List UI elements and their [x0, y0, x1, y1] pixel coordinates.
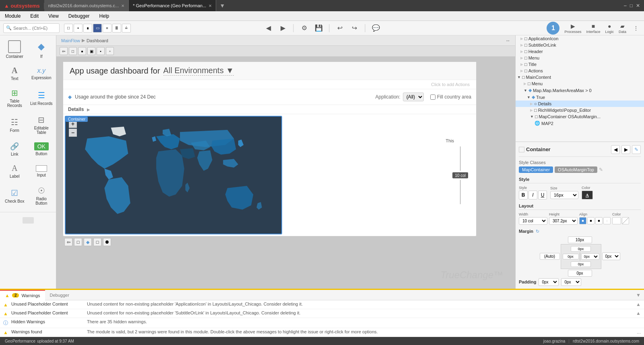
breadcrumb-mainflow[interactable]: MainFlow — [61, 38, 80, 43]
minimize-btn[interactable]: – — [624, 3, 627, 8]
undo-btn[interactable]: ↩ — [334, 23, 346, 34]
warning-dismiss-2[interactable]: ▲ — [636, 310, 641, 316]
style-class-edit-icon[interactable]: ✎ — [599, 167, 603, 172]
layout-btn-1[interactable]: □ — [64, 24, 73, 33]
props-edit-btn[interactable]: ✎ — [632, 145, 641, 154]
more-nav[interactable]: ⋮ — [631, 23, 641, 33]
data-nav[interactable]: ▰ Data — [619, 23, 626, 34]
widget-table-records[interactable]: ⊞ Table Records — [2, 85, 28, 111]
italic-btn[interactable]: I — [528, 191, 537, 199]
underline-btn[interactable]: U — [538, 191, 547, 199]
canvas-btn-5[interactable]: ▪ — [97, 47, 105, 55]
widget-expression[interactable]: x.y Expression — [29, 63, 55, 84]
layout-btn-4[interactable]: ▭ — [93, 24, 102, 33]
font-color-btn[interactable]: A — [582, 191, 593, 199]
canvas-bottom-btn-4[interactable]: □ — [93, 238, 101, 246]
widget-checkbox[interactable]: ☑ Check Box — [2, 183, 28, 209]
tree-item-title[interactable]: ▶ □ Title — [516, 61, 644, 68]
search-box[interactable]: 🔍 — [3, 23, 60, 33]
canvas-btn-3[interactable]: ● — [78, 47, 86, 55]
margin-top-input[interactable] — [568, 236, 592, 243]
widget-editable-table[interactable]: ⊟ Editable Table — [29, 112, 55, 138]
warning-row-4[interactable]: ▲ Warnings found The module is valid, bu… — [0, 328, 644, 337]
canvas-bottom-btn-2[interactable]: □ — [74, 238, 82, 246]
zoom-out-btn[interactable]: − — [69, 129, 77, 137]
tree-item-actions[interactable]: ▶ □ Actions — [516, 68, 644, 74]
height-select[interactable]: 307.2px — [549, 217, 578, 225]
widget-radio-button[interactable]: ☉ Radio Button — [29, 183, 55, 209]
tree-item-map-container[interactable]: ▼ □ MapContainer OSAutoMargin... — [516, 113, 644, 120]
padding-bottom-input[interactable] — [571, 261, 591, 267]
tree-item-richwidgets[interactable]: ▶ □ RichWidgets\Popup_Editor — [516, 107, 644, 113]
padding-left-input[interactable] — [563, 254, 579, 259]
tab-rdtst[interactable]: rdtst2w2016.domain.outsystems.c... ✕ — [44, 0, 129, 11]
canvas-btn-4[interactable]: ▣ — [87, 47, 95, 55]
widget-form[interactable]: ☷ Form — [2, 112, 28, 138]
env-select[interactable]: All Environments ▼ — [163, 66, 234, 76]
warning-dismiss-4[interactable]: ... — [637, 329, 641, 335]
margin-bottom-input[interactable] — [568, 270, 592, 277]
redo-btn[interactable]: ↪ — [349, 23, 360, 34]
props-next-btn[interactable]: ▶ — [621, 145, 630, 154]
widget-more[interactable] — [2, 214, 54, 227]
color-diagonal-btn[interactable] — [622, 217, 629, 224]
widget-label[interactable]: A Label — [2, 160, 28, 182]
canvas-bottom-btn-1[interactable]: ⇦ — [64, 238, 72, 246]
search-input[interactable] — [13, 26, 57, 31]
canvas-btn-2[interactable]: □ — [69, 47, 77, 55]
nav-forward[interactable]: ▶ — [277, 23, 289, 34]
maximize-btn[interactable]: □ — [630, 3, 633, 8]
padding-extra-dropdown[interactable]: 0px — [561, 278, 581, 286]
tree-item-menu2[interactable]: ▶ □ Menu — [516, 80, 644, 87]
logic-nav[interactable]: ● Logic — [605, 23, 614, 34]
debugger-tab[interactable]: Debugger — [45, 290, 74, 300]
style-tag-mapcontainer[interactable]: MapContainer — [519, 166, 553, 173]
padding-right-dropdown[interactable]: 0px — [539, 278, 559, 286]
settings-btn[interactable]: ⚙ — [299, 23, 310, 34]
layout-btn-6[interactable]: ≣ — [112, 24, 121, 33]
menu-view[interactable]: View — [47, 12, 60, 20]
expand-btn[interactable]: ↔ — [506, 38, 510, 43]
color-picker-btn[interactable] — [612, 217, 621, 224]
interface-nav[interactable]: ■ Interface — [586, 23, 600, 34]
menu-module[interactable]: Module — [3, 12, 22, 20]
tree-item-subtitle-or-link[interactable]: ▶ □ SubtitleOrLink — [516, 42, 644, 48]
tab-geoperf-close[interactable]: ✕ — [208, 4, 212, 8]
widget-if[interactable]: ◆ If — [29, 37, 55, 62]
align-right-btn[interactable]: ■ — [595, 217, 603, 224]
layout-btn-5[interactable]: ≡ — [103, 24, 111, 33]
tab-rdtst-close[interactable]: ✕ — [121, 4, 124, 8]
canvas-btn-6[interactable]: ▫ — [106, 47, 114, 55]
margin-refresh-icon[interactable]: ↻ — [536, 229, 539, 234]
margin-right-select[interactable]: 0px — [602, 253, 620, 260]
align-left-btn[interactable]: ■ — [579, 217, 586, 224]
tab-add[interactable]: ▼ — [216, 0, 228, 11]
widget-container[interactable]: Container — [2, 37, 28, 62]
widget-text[interactable]: A Text — [2, 63, 28, 84]
warning-row-2[interactable]: ▲ Unused Placeholder Content Unused cont… — [0, 309, 644, 318]
processes-nav[interactable]: ▶ Processes — [564, 23, 581, 34]
app-filter-select[interactable]: (All) — [403, 92, 424, 101]
style-tag-osautomargintop[interactable]: OSAutoMarginTop — [555, 166, 597, 173]
menu-edit[interactable]: Edit — [29, 12, 40, 20]
tree-item-map2[interactable]: 🌐 MAP2 — [516, 120, 644, 127]
actions-area[interactable]: Click to add Actions — [63, 80, 476, 89]
margin-left-input[interactable] — [540, 253, 560, 260]
props-prev-btn[interactable]: ◀ — [611, 145, 620, 154]
font-size-select[interactable]: 16px — [550, 191, 578, 199]
align-center-btn[interactable]: ■ — [587, 217, 594, 224]
layout-btn-2[interactable]: ▪ — [74, 24, 83, 33]
width-select[interactable]: 10 col — [519, 217, 547, 225]
nav-back[interactable]: ◀ — [263, 23, 274, 34]
fill-country-checkbox[interactable] — [430, 94, 436, 100]
tree-item-true[interactable]: ▼ ◆ True — [516, 94, 644, 101]
tree-item-header[interactable]: ▶ □ Header — [516, 48, 644, 55]
layout-btn-7[interactable]: ≟ — [122, 24, 131, 33]
padding-top-input[interactable] — [571, 246, 591, 252]
tree-item-main-content[interactable]: ▼ □ MainContent — [516, 74, 644, 80]
tab-geoperf[interactable]: * GeoPerformance (Geo Performan... ✕ — [129, 0, 216, 11]
menu-help[interactable]: Help — [98, 12, 111, 20]
widget-input[interactable]: Input — [29, 160, 55, 182]
warning-row-3[interactable]: ⓘ Hidden Warnings There are 35 hidden wa… — [0, 318, 644, 328]
bottom-panel-dropdown[interactable]: ▼ — [633, 292, 644, 298]
